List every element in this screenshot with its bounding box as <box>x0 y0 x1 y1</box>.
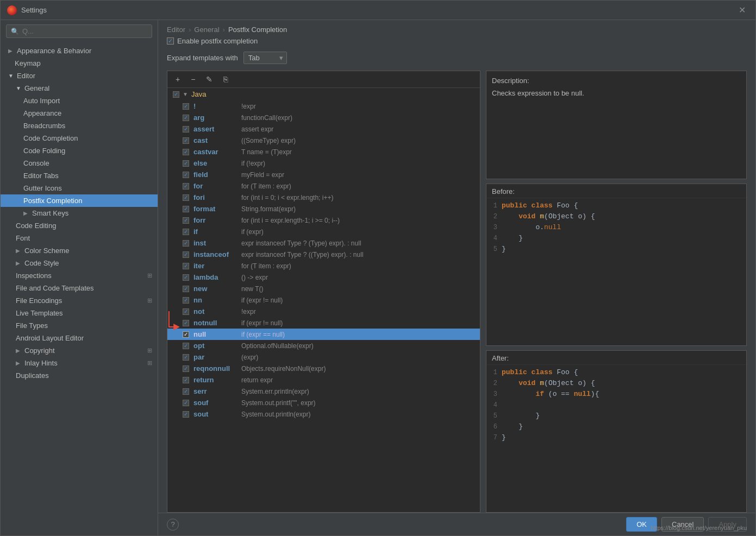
item-checkbox[interactable] <box>183 149 189 155</box>
template-item-forr[interactable]: forr for (int i = expr.length-1; i >= 0;… <box>167 215 480 226</box>
search-input[interactable] <box>22 27 147 35</box>
sidebar-item-live-templates[interactable]: Live Templates <box>1 307 158 319</box>
template-item-else[interactable]: else if (!expr) <box>167 157 480 169</box>
sidebar-item-gutter-icons[interactable]: Gutter Icons <box>1 182 158 194</box>
search-box[interactable]: 🔍 <box>6 24 152 38</box>
sidebar-item-editor-tabs[interactable]: Editor Tabs <box>1 169 158 182</box>
template-item-arg[interactable]: arg functionCall(expr) <box>167 112 480 123</box>
item-checkbox[interactable] <box>183 411 189 418</box>
item-checkbox[interactable] <box>183 229 189 235</box>
template-item-inst[interactable]: inst expr instanceof Type ? (Type) expr)… <box>167 237 480 249</box>
item-checkbox[interactable] <box>183 331 189 338</box>
template-item-serr[interactable]: serr System.err.println(expr) <box>167 386 480 397</box>
crumb-editor[interactable]: Editor <box>167 26 185 34</box>
sidebar-item-android-layout[interactable]: Android Layout Editor <box>1 332 158 344</box>
item-checkbox[interactable] <box>183 115 189 121</box>
add-button[interactable]: + <box>172 73 184 85</box>
template-item-for[interactable]: for for (T item : expr) <box>167 180 480 192</box>
code-line: 3 if (o == null){ <box>486 390 746 401</box>
template-group-java[interactable]: ▼ Java <box>167 88 480 100</box>
item-checkbox[interactable] <box>183 263 189 269</box>
template-item-return[interactable]: return return expr <box>167 374 480 386</box>
sidebar-item-code-folding[interactable]: Code Folding <box>1 144 158 157</box>
sidebar-item-duplicates[interactable]: Duplicates <box>1 369 158 382</box>
enable-checkbox-label[interactable]: Enable postfix completion <box>167 37 258 45</box>
help-button[interactable]: ? <box>167 519 179 531</box>
item-checkbox[interactable] <box>183 320 189 326</box>
item-checkbox[interactable] <box>183 297 189 304</box>
item-checkbox[interactable] <box>183 354 189 361</box>
template-item-not[interactable]: not !expr <box>167 306 480 317</box>
template-item-excl[interactable]: ! !expr <box>167 100 480 112</box>
java-group-checkbox[interactable] <box>173 91 179 98</box>
item-checkbox[interactable] <box>183 240 189 247</box>
template-item-par[interactable]: par (expr) <box>167 351 480 363</box>
template-item-castvar[interactable]: castvar T name = (T)expr <box>167 146 480 157</box>
template-item-notnull[interactable]: notnull if (expr != null) <box>167 317 480 329</box>
sidebar-item-auto-import[interactable]: Auto Import <box>1 94 158 107</box>
sidebar-item-appearance[interactable]: Appearance <box>1 107 158 119</box>
item-checkbox[interactable] <box>183 251 189 258</box>
template-item-sout[interactable]: sout System.out.println(expr) <box>167 408 480 420</box>
item-checkbox[interactable] <box>183 137 189 144</box>
template-item-assert[interactable]: assert assert expr <box>167 123 480 135</box>
template-item-opt[interactable]: opt Optional.ofNullable(expr) <box>167 340 480 351</box>
sidebar-item-inlay-hints[interactable]: ▶ Inlay Hints ⊞ <box>1 357 158 369</box>
template-item-nn[interactable]: nn if (expr != null) <box>167 294 480 306</box>
item-checkbox[interactable] <box>183 274 189 281</box>
expand-dropdown[interactable]: Tab <box>243 52 287 64</box>
sidebar-item-general[interactable]: ▼ General <box>1 82 158 94</box>
item-checkbox[interactable] <box>183 160 189 167</box>
copy-button[interactable]: ⎘ <box>220 73 232 85</box>
remove-button[interactable]: − <box>187 73 199 85</box>
item-checkbox[interactable] <box>183 308 189 315</box>
sidebar-item-file-encodings[interactable]: File Encodings ⊞ <box>1 294 158 307</box>
item-checkbox[interactable] <box>183 126 189 133</box>
sidebar-item-smart-keys[interactable]: ▶ Smart Keys <box>1 207 158 219</box>
template-item-lambda[interactable]: lambda () -> expr <box>167 272 480 283</box>
sidebar-item-font[interactable]: Font <box>1 232 158 244</box>
item-checkbox[interactable] <box>183 343 189 349</box>
template-item-reqnonnull[interactable]: reqnonnull Objects.requireNonNull(expr) <box>167 363 480 374</box>
item-checkbox[interactable] <box>183 194 189 201</box>
sidebar-item-postfix-completion[interactable]: Postfix Completion <box>1 194 158 207</box>
edit-button[interactable]: ✎ <box>202 73 216 85</box>
sidebar-item-code-completion[interactable]: Code Completion <box>1 132 158 144</box>
sidebar-item-copyright[interactable]: ▶ Copyright ⊞ <box>1 344 158 357</box>
sidebar-item-console[interactable]: Console <box>1 157 158 169</box>
sidebar-item-inspections[interactable]: Inspections ⊞ <box>1 269 158 282</box>
sidebar-item-color-scheme[interactable]: ▶ Color Scheme <box>1 244 158 257</box>
sidebar-item-breadcrumbs[interactable]: Breadcrumbs <box>1 119 158 132</box>
sidebar-item-appearance-behavior[interactable]: ▶ Appearance & Behavior <box>1 45 158 57</box>
sidebar-item-file-types[interactable]: File Types <box>1 319 158 332</box>
item-checkbox[interactable] <box>183 388 189 395</box>
close-button[interactable]: ✕ <box>735 4 749 16</box>
crumb-general[interactable]: General <box>194 26 219 34</box>
item-checkbox[interactable] <box>183 400 189 406</box>
template-item-iter[interactable]: iter for (T item : expr) <box>167 260 480 272</box>
template-item-format[interactable]: format String.format(expr) <box>167 203 480 215</box>
template-item-fori[interactable]: fori for (int i = 0; i < expr.length; i+… <box>167 192 480 203</box>
item-checkbox[interactable] <box>183 217 189 224</box>
enable-checkbox[interactable] <box>167 37 174 45</box>
item-checkbox[interactable] <box>183 377 189 383</box>
sidebar-item-file-code-templates[interactable]: File and Code Templates <box>1 282 158 294</box>
item-checkbox[interactable] <box>183 172 189 178</box>
item-checkbox[interactable] <box>183 183 189 190</box>
item-checkbox[interactable] <box>183 286 189 292</box>
template-item-field[interactable]: field myField = expr <box>167 169 480 180</box>
template-item-null[interactable]: null if (expr == null) <box>167 329 480 340</box>
sidebar-item-keymap[interactable]: Keymap <box>1 57 158 70</box>
template-item-instanceof[interactable]: instanceof expr instanceof Type ? ((Type… <box>167 249 480 260</box>
item-checkbox[interactable] <box>183 365 189 372</box>
sidebar-item-code-style[interactable]: ▶ Code Style <box>1 257 158 269</box>
item-checkbox[interactable] <box>183 206 189 212</box>
item-checkbox[interactable] <box>183 103 189 110</box>
template-item-new[interactable]: new new T() <box>167 283 480 294</box>
sidebar-item-label: Inlay Hints <box>24 359 58 367</box>
template-item-cast[interactable]: cast ((SomeType) expr) <box>167 135 480 146</box>
template-item-souf[interactable]: souf System.out.printf("", expr) <box>167 397 480 408</box>
sidebar-item-code-editing[interactable]: Code Editing <box>1 219 158 232</box>
sidebar-item-editor[interactable]: ▼ Editor <box>1 70 158 82</box>
template-item-if[interactable]: if if (expr) <box>167 226 480 237</box>
